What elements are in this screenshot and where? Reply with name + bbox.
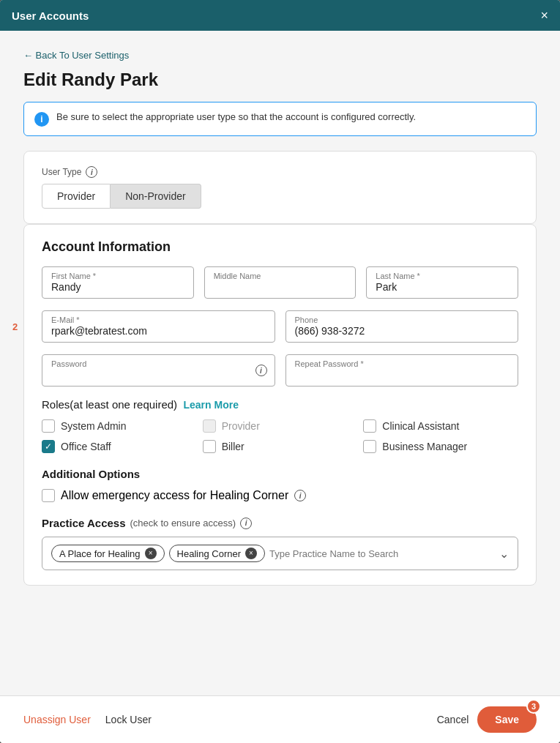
practice-tag-healing-label: A Place for Healing (59, 548, 141, 559)
unassign-user-button[interactable]: Unassign User (23, 714, 91, 725)
last-name-field: Last Name * (366, 266, 518, 299)
role-clinical-assistant-label: Clinical Assistant (382, 420, 459, 432)
emergency-access-row: Allow emergency access for Healing Corne… (42, 489, 518, 502)
password-label: Password (51, 359, 86, 368)
user-type-info-icon[interactable]: i (86, 166, 97, 178)
phone-input[interactable] (295, 325, 509, 337)
role-business-manager: Business Manager (363, 440, 518, 453)
close-button[interactable]: × (540, 9, 548, 22)
cancel-button[interactable]: Cancel (437, 714, 469, 725)
emergency-access-label: Allow emergency access for Healing Corne… (61, 489, 288, 502)
role-provider-label: Provider (222, 420, 260, 432)
save-button[interactable]: Save 3 (477, 706, 537, 733)
practice-tag-corner: Healing Corner × (169, 545, 265, 562)
role-system-admin-label: System Admin (61, 420, 126, 432)
practice-select-box[interactable]: A Place for Healing × Healing Corner × ⌄ (42, 537, 518, 570)
user-type-label: User Type i (42, 166, 518, 178)
email-input[interactable] (51, 325, 266, 337)
modal-header: User Accounts × (0, 0, 560, 31)
practice-access-header: Practice Access (check to ensure access)… (42, 517, 518, 529)
first-name-input[interactable] (51, 281, 184, 293)
phone-field: Phone (285, 310, 519, 343)
role-office-staff-checkbox[interactable] (42, 440, 55, 453)
role-biller: Biller (203, 440, 358, 453)
email-label: E-Mail * (51, 316, 80, 324)
role-office-staff-label: Office Staff (61, 441, 111, 452)
user-type-section: User Type i Provider Non-Provider (23, 151, 537, 224)
user-accounts-modal: User Accounts × ← Back To User Settings … (0, 0, 560, 743)
account-info-title: Account Information (42, 239, 518, 255)
back-link[interactable]: ← Back To User Settings (23, 50, 129, 61)
role-biller-checkbox[interactable] (203, 440, 216, 453)
emergency-access-info-icon[interactable]: i (294, 490, 306, 501)
practice-tag-healing-remove[interactable]: × (145, 548, 157, 559)
role-system-admin: System Admin (42, 419, 197, 433)
role-office-staff: Office Staff (42, 440, 197, 453)
roles-header: Roles(at least one required) Learn More (42, 398, 518, 411)
roles-grid: System Admin Provider Clinical Assistant… (42, 419, 518, 453)
practice-tag-healing: A Place for Healing × (51, 545, 165, 562)
user-type-provider-button[interactable]: Provider (42, 184, 111, 209)
practice-access-info-icon[interactable]: i (240, 518, 252, 529)
repeat-password-label: Repeat Password * (295, 359, 364, 368)
last-name-label: Last Name * (376, 272, 420, 280)
user-type-nonprovider-button[interactable]: Non-Provider (111, 184, 201, 209)
modal-footer: Unassign User Lock User Cancel Save 3 (0, 695, 560, 743)
additional-options-section: Additional Options Allow emergency acces… (42, 468, 518, 502)
footer-left: Unassign User Lock User (23, 714, 152, 725)
practice-access-section: Practice Access (check to ensure access)… (42, 517, 518, 570)
email-field: E-Mail * (42, 310, 275, 343)
lock-user-button[interactable]: Lock User (105, 714, 152, 725)
info-banner-text: Be sure to select the appropriate user t… (56, 111, 416, 122)
middle-name-label: Middle Name (214, 272, 261, 280)
password-field: Password i (42, 354, 275, 387)
learn-more-link[interactable]: Learn More (183, 399, 238, 411)
info-banner: i Be sure to select the appropriate user… (23, 102, 537, 136)
modal-title: User Accounts (12, 10, 89, 22)
save-step-badge: 3 (526, 699, 541, 714)
step-2-indicator: 2 (12, 321, 18, 332)
role-clinical-assistant: Clinical Assistant (363, 419, 518, 433)
password-row: Password i Repeat Password * (42, 354, 518, 387)
first-name-label: First Name * (51, 272, 96, 280)
practice-tag-corner-remove[interactable]: × (245, 548, 257, 559)
practice-search-input[interactable] (269, 548, 495, 559)
footer-right: Cancel Save 3 (437, 706, 537, 733)
user-type-buttons: Provider Non-Provider (42, 184, 518, 209)
middle-name-input[interactable] (214, 281, 347, 293)
role-business-manager-label: Business Manager (382, 441, 467, 452)
role-business-manager-checkbox[interactable] (363, 440, 376, 453)
name-row: First Name * Middle Name Last Name * (42, 266, 518, 299)
additional-options-title: Additional Options (42, 468, 518, 480)
practice-tag-corner-label: Healing Corner (177, 548, 241, 559)
middle-name-field: Middle Name (204, 266, 356, 299)
repeat-password-input[interactable] (295, 369, 509, 381)
role-provider-checkbox (203, 419, 216, 433)
role-system-admin-checkbox[interactable] (42, 419, 55, 433)
role-clinical-assistant-checkbox[interactable] (363, 419, 376, 433)
role-biller-label: Biller (222, 441, 244, 452)
phone-label: Phone (295, 316, 318, 324)
role-provider: Provider (203, 419, 358, 433)
account-information-section: Account Information First Name * Middle … (23, 224, 537, 586)
page-title: Edit Randy Park (23, 70, 537, 90)
email-phone-row: 2 E-Mail * Phone (42, 310, 518, 343)
password-input[interactable] (51, 369, 248, 381)
practice-dropdown-arrow[interactable]: ⌄ (499, 547, 509, 561)
last-name-input[interactable] (376, 281, 509, 293)
modal-body: ← Back To User Settings Edit Randy Park … (0, 31, 560, 695)
repeat-password-field: Repeat Password * (285, 354, 519, 387)
roles-section: Roles(at least one required) Learn More … (42, 398, 518, 453)
info-icon: i (34, 112, 49, 127)
password-info-icon[interactable]: i (255, 365, 267, 376)
first-name-field: First Name * (42, 266, 194, 299)
emergency-access-checkbox[interactable] (42, 489, 55, 502)
